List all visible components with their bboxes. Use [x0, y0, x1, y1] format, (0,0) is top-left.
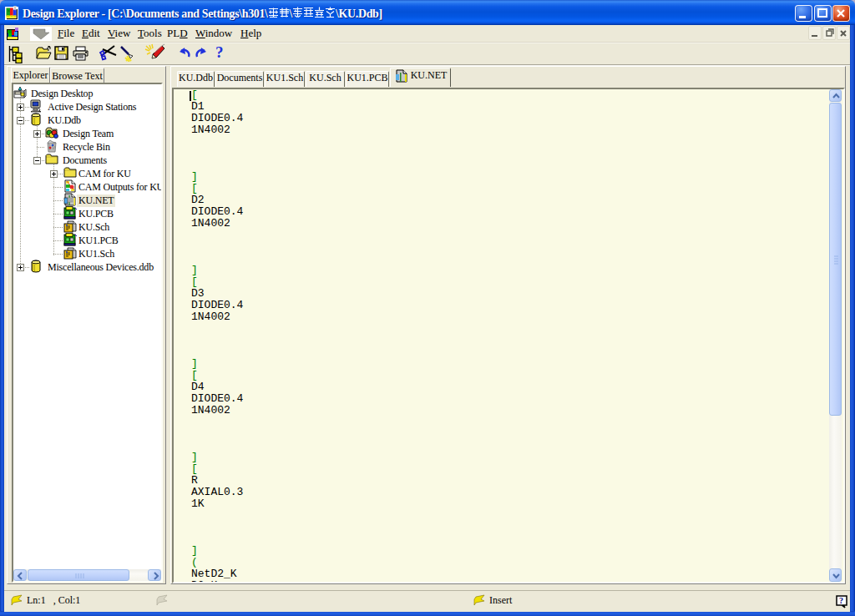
svg-text:?: ? [839, 596, 843, 605]
